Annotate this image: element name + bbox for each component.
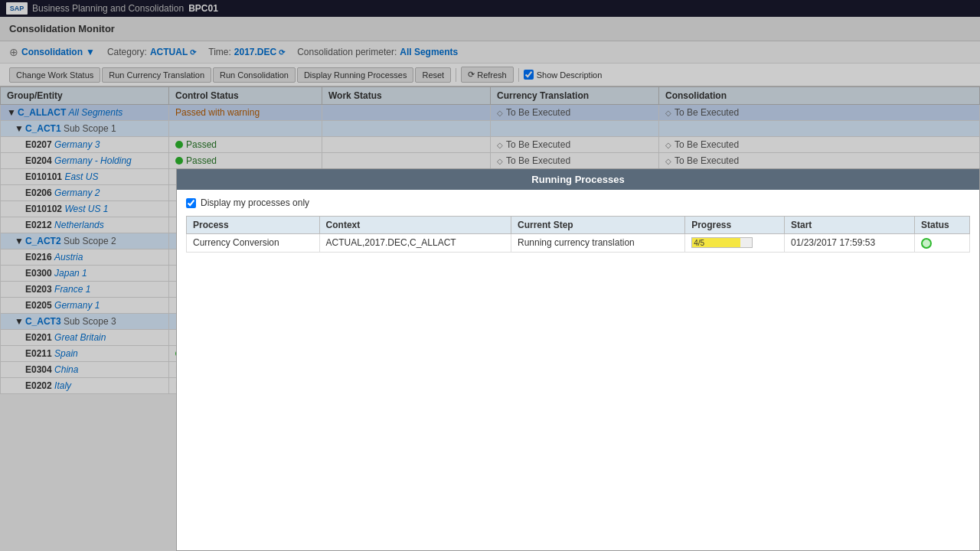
running-processes-body: Display my processes only Process Contex… — [177, 190, 979, 394]
rp-status-cell — [915, 234, 970, 253]
running-processes-title: Running Processes — [177, 169, 979, 190]
progress-bar: 4/5 — [691, 237, 753, 248]
rp-col-status: Status — [915, 217, 970, 234]
running-processes-panel: Running Processes Display my processes o… — [176, 168, 980, 394]
rp-context-cell: ACTUAL,2017.DEC,C_ALLACT — [319, 234, 511, 253]
rp-col-progress: Progress — [685, 217, 785, 234]
rp-col-context: Context — [319, 217, 511, 234]
running-processes-table: Process Context Current Step Progress St… — [186, 216, 970, 253]
rp-col-start: Start — [784, 217, 914, 234]
progress-text: 4/5 — [694, 238, 704, 248]
rp-progress-cell: 4/5 — [685, 234, 785, 253]
rp-step-cell: Running currency translation — [511, 234, 684, 253]
rp-start-cell: 01/23/2017 17:59:53 — [784, 234, 914, 253]
rp-col-current-step: Current Step — [511, 217, 684, 234]
rp-process-cell: Currency Conversion — [187, 234, 320, 253]
display-my-processes-checkbox[interactable] — [186, 198, 196, 208]
display-my-processes-label: Display my processes only — [201, 197, 309, 208]
rp-table-row: Currency ConversionACTUAL,2017.DEC,C_ALL… — [187, 234, 970, 253]
rp-col-process: Process — [187, 217, 320, 234]
display-my-processes-row: Display my processes only — [186, 197, 970, 208]
running-status-icon — [921, 238, 932, 249]
